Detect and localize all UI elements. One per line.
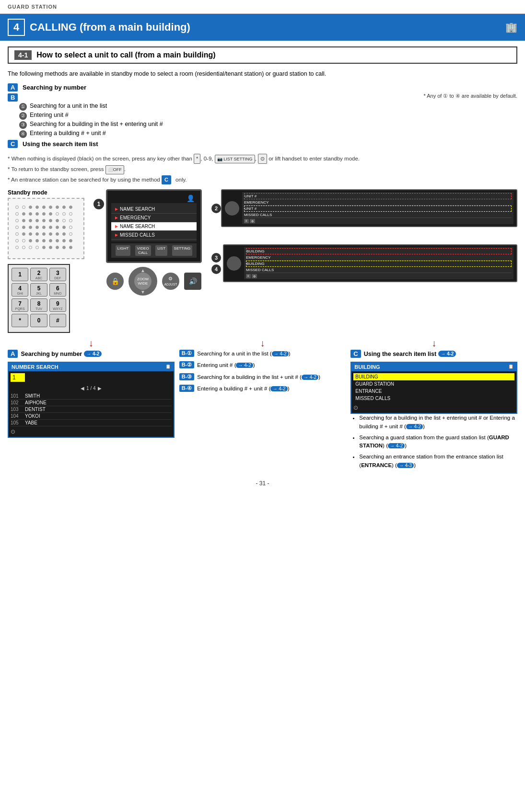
mini-row-unit-hash-2: UNIT # xyxy=(244,206,512,212)
bottom-section: ↓ A Searching by number → 4-2 NUMBER SEA… xyxy=(8,337,517,472)
mini-btn-list-34[interactable]: ≡ xyxy=(246,274,251,278)
dot xyxy=(69,212,72,216)
light-button[interactable]: LIGHT xyxy=(116,245,131,256)
b-num-3: ③ xyxy=(19,121,27,129)
building-row-entrance[interactable]: ENTRANCE xyxy=(353,388,514,395)
list-name-dentist: DENTIST xyxy=(25,407,46,412)
key-1[interactable]: 1 xyxy=(12,268,28,281)
list-row-104[interactable]: 104 YOKOI xyxy=(11,413,172,420)
next-arrow[interactable]: ▶ xyxy=(98,386,102,391)
dot xyxy=(42,206,46,209)
b-num-1: ① xyxy=(19,103,27,111)
dot xyxy=(62,206,66,209)
dot xyxy=(29,212,32,216)
setting-button[interactable]: SETTING xyxy=(172,245,193,256)
b-item-1: ① Searching for a unit in the list xyxy=(19,103,423,111)
center-column: 1 👤 NAME SEARCH EMERGENCY NAME SEARCH MI… xyxy=(96,189,211,296)
list-name-yabe: YABE xyxy=(25,420,37,425)
list-row-105[interactable]: 105 YABE xyxy=(11,420,172,426)
col-C-letter: C xyxy=(350,350,361,358)
key-0[interactable]: 0 xyxy=(30,314,47,327)
lock-button[interactable]: 🔒 xyxy=(106,273,124,290)
key-6[interactable]: 6MNO xyxy=(49,283,66,297)
menu-missed-calls[interactable]: MISSED CALLS xyxy=(111,231,197,240)
key-3[interactable]: 3DEF xyxy=(49,268,66,281)
mini-knob-34 xyxy=(227,256,241,271)
menu-name-search-2[interactable]: NAME SEARCH xyxy=(111,222,197,231)
any-note: * Any of ① to ④ are available by default… xyxy=(423,93,517,99)
method-C-title: Using the search item list xyxy=(23,140,98,148)
b-num-2: ② xyxy=(19,112,27,120)
menu-name-search-1[interactable]: NAME SEARCH xyxy=(111,205,197,214)
key-4[interactable]: 4GHI xyxy=(12,283,28,297)
b-text-1: Searching for a unit in the list xyxy=(30,103,107,109)
adjust-button[interactable]: ⚙ADJUST xyxy=(162,273,179,290)
key-9[interactable]: 9WXYZ xyxy=(49,298,66,312)
dot xyxy=(35,226,39,229)
building-row-missed[interactable]: MISSED CALLS xyxy=(353,395,514,402)
dot xyxy=(35,206,39,209)
key-7[interactable]: 7PQRS xyxy=(12,298,28,312)
col-B: ↓ B-① Searching for a unit in the list (… xyxy=(179,337,346,392)
mini-btn-set-2[interactable]: ⚙ xyxy=(250,219,255,223)
search-input-field[interactable]: 1 xyxy=(11,373,25,382)
zoom-down-arrow: ▼ xyxy=(140,289,145,295)
dot xyxy=(56,246,59,249)
mini-btn-list-2[interactable]: ≡ xyxy=(244,219,249,223)
dot xyxy=(15,219,19,222)
list-num-102: 102 xyxy=(11,400,25,405)
col-C-title: Using the search item list xyxy=(364,351,436,357)
list-row-103[interactable]: 103 DENTIST xyxy=(11,406,172,413)
key-8[interactable]: 8TUV xyxy=(30,298,47,312)
list-row-102[interactable]: 102 AIPHONE xyxy=(11,400,172,406)
menu-emergency[interactable]: EMERGENCY xyxy=(111,214,197,222)
search-icon-row: ⊙ xyxy=(11,428,172,435)
dot xyxy=(22,226,25,229)
dot xyxy=(69,246,72,249)
key-star[interactable]: * xyxy=(12,314,28,327)
dot xyxy=(42,219,46,222)
circle-4: 4 xyxy=(211,264,221,274)
dot xyxy=(29,206,32,209)
speaker-button[interactable]: 🔊 xyxy=(184,273,201,290)
col-C-ref: → 4-2 xyxy=(438,351,456,357)
page-number: - 31 - xyxy=(8,480,517,487)
building-row-guard[interactable]: GUARD STATION xyxy=(353,380,514,388)
video-call-button[interactable]: VIDEOCALL xyxy=(135,245,151,256)
list-button[interactable]: LIST xyxy=(155,245,167,256)
dot xyxy=(69,219,72,222)
b-item-display-4: B-④ Entering a building # + unit # (→ 4-… xyxy=(179,385,346,392)
subsection-number: 4-1 xyxy=(14,50,32,60)
b-label-4: B-④ xyxy=(179,385,195,392)
dot xyxy=(29,219,32,222)
method-C-label: C xyxy=(8,140,18,148)
list-row-101[interactable]: 101 SMITH xyxy=(11,393,172,400)
zoom-ring[interactable]: ▲ ▼ ZOOMWIDE xyxy=(128,267,157,296)
col-A-header: A Searching by number → 4-2 xyxy=(8,350,175,358)
building-circle-icon: ⊙ xyxy=(353,404,514,411)
b-text-4: Entering a building # + unit # xyxy=(30,130,106,137)
dot xyxy=(62,226,66,229)
circle-1: 1 xyxy=(93,199,104,209)
key-5[interactable]: 5JKL xyxy=(30,283,47,297)
building-row-building[interactable]: BUILDING xyxy=(353,373,514,380)
key-2[interactable]: 2ABC xyxy=(30,268,47,281)
person-icon: 👤 xyxy=(111,194,197,202)
dot xyxy=(49,219,52,222)
dot xyxy=(56,226,59,229)
mini-device-2: UNIT # EMERGENCY UNIT # MISSED CALLS ≡ ⚙ xyxy=(221,189,517,227)
dot xyxy=(42,232,46,236)
key-hash[interactable]: # xyxy=(49,314,66,327)
search-list: 101 SMITH 102 AIPHONE 103 DENTIST 104 xyxy=(11,393,172,426)
subsection-header: 4-1 How to select a unit to call (from a… xyxy=(8,46,517,64)
dot xyxy=(69,239,72,242)
circle-3: 3 xyxy=(211,253,221,263)
c-bullet-list: Searching for a building in the list + e… xyxy=(352,414,517,469)
mini-row-emergency-2: EMERGENCY xyxy=(244,200,512,206)
mini-btn-set-34[interactable]: ⚙ xyxy=(252,274,257,278)
list-num-101: 101 xyxy=(11,393,25,399)
dot xyxy=(62,219,66,222)
b-item-display-2: B-② Entering unit # (→ 4-2) xyxy=(179,361,346,369)
prev-arrow[interactable]: ◀ xyxy=(81,386,84,391)
footnote-3: * An entrance station can be searched fo… xyxy=(8,175,517,185)
